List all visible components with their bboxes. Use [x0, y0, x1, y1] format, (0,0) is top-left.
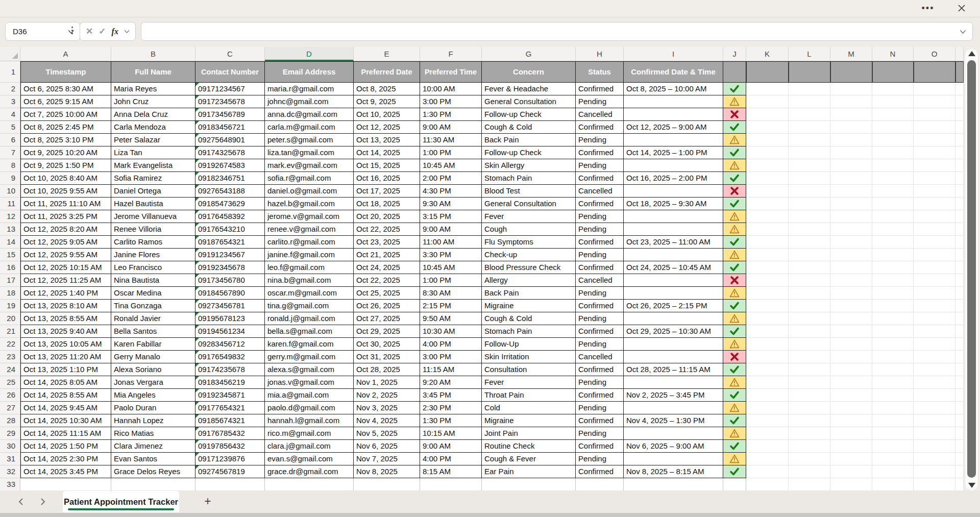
empty-cell[interactable]	[830, 249, 872, 261]
cell-H19[interactable]: Confirmed	[576, 300, 624, 312]
empty-cell[interactable]	[830, 146, 872, 159]
empty-cell[interactable]	[746, 351, 789, 363]
cell-H9[interactable]: Confirmed	[576, 172, 624, 185]
empty-cell[interactable]	[914, 146, 955, 159]
empty-cell[interactable]	[789, 427, 830, 440]
cell-E11[interactable]: Oct 18, 2025	[354, 198, 420, 210]
empty-cell[interactable]	[746, 376, 789, 389]
cell-C13[interactable]: 09176543210	[195, 223, 265, 236]
cell-H24[interactable]: Confirmed	[576, 363, 624, 376]
empty-cell[interactable]	[872, 300, 914, 312]
header-fill-cell[interactable]	[872, 61, 914, 83]
empty-cell[interactable]	[914, 427, 955, 440]
cell-B14[interactable]: Carlito Ramos	[111, 236, 195, 249]
empty-cell[interactable]	[420, 478, 482, 490]
cell-G29[interactable]: Joint Pain	[482, 427, 576, 440]
cell-H20[interactable]: Pending	[576, 312, 624, 325]
more-options-icon[interactable]: •••	[915, 0, 941, 16]
cell-H30[interactable]: Confirmed	[576, 440, 624, 453]
empty-cell[interactable]	[830, 389, 872, 402]
empty-cell[interactable]	[746, 338, 789, 351]
empty-cell[interactable]	[746, 108, 789, 121]
empty-cell[interactable]	[354, 478, 420, 490]
empty-cell[interactable]	[955, 261, 964, 274]
cell-D23[interactable]: gerry.m@gmail.com	[265, 351, 354, 363]
empty-cell[interactable]	[746, 389, 789, 402]
cell-J19[interactable]	[723, 300, 746, 312]
empty-cell[interactable]	[955, 108, 964, 121]
empty-cell[interactable]	[914, 210, 955, 223]
empty-cell[interactable]	[955, 300, 964, 312]
row-header-10[interactable]: 10	[0, 185, 20, 198]
empty-cell[interactable]	[955, 146, 964, 159]
cell-J13[interactable]	[723, 223, 746, 236]
cell-F26[interactable]: 3:45 PM	[420, 389, 482, 402]
row-header-33[interactable]: 33	[0, 478, 20, 490]
cell-I20[interactable]	[624, 312, 723, 325]
empty-cell[interactable]	[955, 478, 964, 490]
empty-cell[interactable]	[914, 389, 955, 402]
empty-cell[interactable]	[830, 325, 872, 338]
empty-cell[interactable]	[746, 95, 789, 108]
row-header-28[interactable]: 28	[0, 414, 20, 427]
cell-E4[interactable]: Oct 10, 2025	[354, 108, 420, 121]
empty-cell[interactable]	[830, 287, 872, 300]
cell-B3[interactable]: John Cruz	[111, 95, 195, 108]
empty-cell[interactable]	[955, 465, 964, 478]
cell-J21[interactable]	[723, 325, 746, 338]
empty-cell[interactable]	[789, 312, 830, 325]
cell-D19[interactable]: tina.g@gmail.com	[265, 300, 354, 312]
cell-C22[interactable]: 09283456712	[195, 338, 265, 351]
empty-cell[interactable]	[830, 376, 872, 389]
cell-B16[interactable]: Leo Francisco	[111, 261, 195, 274]
column-header-N[interactable]: N	[872, 47, 914, 61]
cell-G6[interactable]: Back Pain	[482, 134, 576, 146]
cell-A7[interactable]: Oct 9, 2025 10:20 AM	[20, 146, 111, 159]
cell-G15[interactable]: Check-up	[482, 249, 576, 261]
empty-cell[interactable]	[914, 159, 955, 172]
cell-A22[interactable]: Oct 13, 2025 10:05 AM	[20, 338, 111, 351]
empty-cell[interactable]	[746, 312, 789, 325]
cell-G23[interactable]: Skin Irritation	[482, 351, 576, 363]
cell-C19[interactable]: 09273456781	[195, 300, 265, 312]
cell-H27[interactable]: Pending	[576, 402, 624, 414]
empty-cell[interactable]	[955, 134, 964, 146]
cell-A17[interactable]: Oct 12, 2025 11:25 AM	[20, 274, 111, 287]
empty-cell[interactable]	[830, 121, 872, 134]
cell-F22[interactable]: 4:00 PM	[420, 338, 482, 351]
insert-function-icon[interactable]: fx	[112, 27, 118, 36]
empty-cell[interactable]	[872, 236, 914, 249]
cell-F10[interactable]: 4:30 PM	[420, 185, 482, 198]
empty-cell[interactable]	[789, 351, 830, 363]
cell-I26[interactable]: Nov 2, 2025 – 3:45 PM	[624, 389, 723, 402]
cell-G25[interactable]: Fever	[482, 376, 576, 389]
empty-cell[interactable]	[789, 134, 830, 146]
row-header-6[interactable]: 6	[0, 134, 20, 146]
cell-J6[interactable]	[723, 134, 746, 146]
cell-H5[interactable]: Confirmed	[576, 121, 624, 134]
empty-cell[interactable]	[789, 402, 830, 414]
empty-cell[interactable]	[789, 223, 830, 236]
empty-cell[interactable]	[746, 427, 789, 440]
row-header-5[interactable]: 5	[0, 121, 20, 134]
empty-cell[interactable]	[789, 300, 830, 312]
cell-D20[interactable]: ronald.j@gmail.com	[265, 312, 354, 325]
empty-cell[interactable]	[914, 402, 955, 414]
empty-cell[interactable]	[746, 249, 789, 261]
cell-D13[interactable]: renee.v@gmail.com	[265, 223, 354, 236]
cell-G13[interactable]: Cough	[482, 223, 576, 236]
cell-C2[interactable]: 09171234567	[195, 83, 265, 95]
header-cell-H1[interactable]: Status	[576, 61, 624, 83]
empty-cell[interactable]	[830, 312, 872, 325]
empty-cell[interactable]	[872, 121, 914, 134]
cell-D5[interactable]: carla.m@gmail.com	[265, 121, 354, 134]
column-header-A[interactable]: A	[20, 47, 111, 61]
cell-F29[interactable]: 10:15 AM	[420, 427, 482, 440]
previous-sheet-icon[interactable]	[14, 496, 27, 508]
cell-B32[interactable]: Grace Delos Reyes	[111, 465, 195, 478]
header-cell-B1[interactable]: Full Name	[111, 61, 195, 83]
cell-I29[interactable]	[624, 427, 723, 440]
empty-cell[interactable]	[723, 478, 746, 490]
cell-J20[interactable]	[723, 312, 746, 325]
cell-H26[interactable]: Confirmed	[576, 389, 624, 402]
